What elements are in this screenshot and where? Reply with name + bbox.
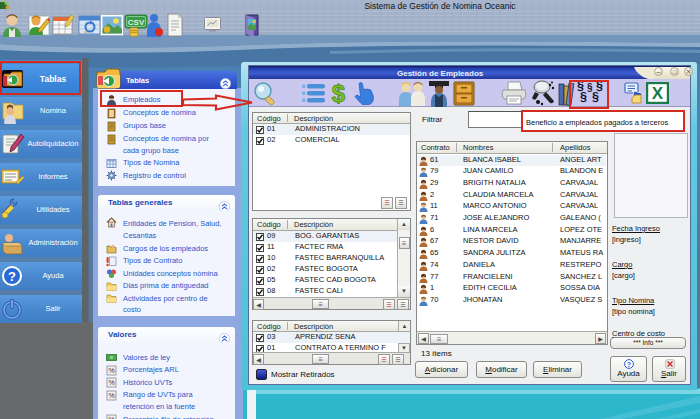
svg-text:%: % — [108, 367, 114, 374]
svg-text:?: ? — [8, 269, 16, 284]
svg-text:$: $ — [332, 81, 346, 106]
svg-text:CSV: CSV — [128, 18, 145, 27]
svg-text:%: % — [108, 379, 114, 386]
svg-text:%: % — [108, 392, 114, 399]
svg-text:X: X — [652, 84, 664, 103]
svg-text:?: ? — [627, 361, 631, 368]
